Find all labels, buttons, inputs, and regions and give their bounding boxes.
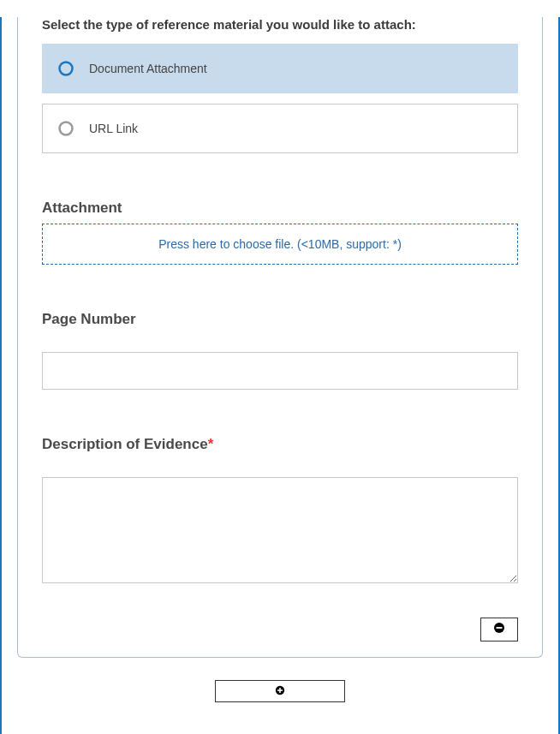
description-label-text: Description of Evidence (42, 436, 208, 452)
svg-point-0 (60, 63, 73, 75)
radio-selected-icon (58, 61, 74, 76)
radio-option-document[interactable]: Document Attachment (42, 44, 518, 93)
page-number-label: Page Number (42, 311, 518, 328)
minus-circle-icon (493, 622, 505, 637)
description-label: Description of Evidence* (42, 436, 518, 453)
svg-rect-3 (497, 627, 503, 629)
description-textarea[interactable] (42, 477, 518, 583)
attachment-label: Attachment (42, 200, 518, 217)
dropzone-text: Press here to choose file. (<10MB, suppo… (158, 237, 402, 251)
remove-button-row (42, 618, 518, 642)
svg-rect-6 (279, 688, 281, 693)
radio-unselected-icon (58, 121, 74, 136)
radio-label: URL Link (89, 122, 138, 135)
svg-point-1 (60, 122, 73, 135)
page-number-input[interactable] (42, 352, 518, 390)
file-dropzone[interactable]: Press here to choose file. (<10MB, suppo… (42, 224, 518, 265)
reference-type-title: Select the type of reference material yo… (42, 17, 518, 32)
required-mark: * (208, 436, 214, 452)
radio-option-url[interactable]: URL Link (42, 104, 518, 153)
radio-label: Document Attachment (89, 62, 207, 75)
plus-circle-icon (275, 683, 285, 699)
outer-panel: Select the type of reference material yo… (0, 17, 560, 734)
inner-panel: Select the type of reference material yo… (17, 17, 543, 658)
add-button[interactable] (215, 680, 345, 702)
add-button-row (17, 680, 543, 702)
remove-button[interactable] (480, 618, 518, 642)
